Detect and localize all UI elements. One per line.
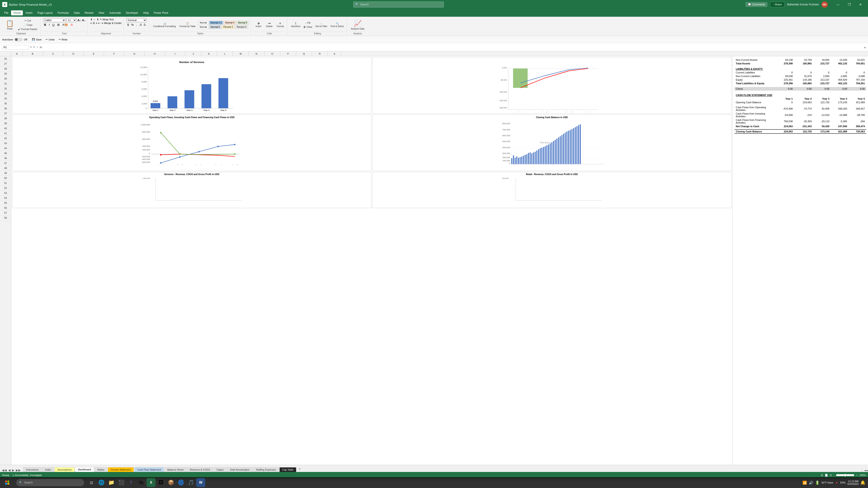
- row-36[interactable]: 36: [0, 106, 11, 111]
- comma-button[interactable]: ,: [135, 23, 138, 27]
- close-button[interactable]: ✕: [855, 1, 866, 8]
- scroll-right-btn[interactable]: ◂: [864, 469, 866, 472]
- tab-nav-prev[interactable]: ◀: [8, 468, 11, 472]
- formula-expand-icon[interactable]: ▲: [864, 46, 866, 48]
- col-header-C[interactable]: C: [43, 51, 63, 56]
- tab-assumptions[interactable]: Assumptions: [55, 467, 74, 472]
- page-break-button[interactable]: ⊡: [830, 474, 832, 477]
- tab-index[interactable]: Index: [42, 467, 54, 472]
- row-44[interactable]: 44: [0, 146, 11, 151]
- style-normal-6[interactable]: Normal 6: [209, 25, 221, 29]
- row-33[interactable]: 33: [0, 91, 11, 96]
- tab-nav-left[interactable]: ◀◀: [2, 468, 7, 472]
- menu-data[interactable]: Data: [72, 10, 82, 15]
- style-normal-5[interactable]: Normal 5: [237, 21, 249, 25]
- align-middle-button[interactable]: ↔: [93, 18, 96, 21]
- align-bottom-button[interactable]: ⬇: [97, 18, 99, 21]
- volume-icon[interactable]: 🔊: [809, 481, 813, 485]
- opening-cash-row[interactable]: Opening Cash Balance 0 224,063 122,720 1…: [735, 101, 866, 104]
- menu-automate[interactable]: Automate: [107, 10, 123, 15]
- row-45[interactable]: 45: [0, 151, 11, 156]
- keyboard-language[interactable]: ENG: [840, 481, 846, 484]
- row-53[interactable]: 53: [0, 191, 11, 195]
- formula-input[interactable]: [43, 45, 862, 49]
- font-grow-button[interactable]: A↑: [78, 19, 81, 22]
- undo-button[interactable]: ↩ Undo: [44, 37, 56, 41]
- task-view-button[interactable]: ⊡: [87, 478, 96, 487]
- row-55[interactable]: 55: [0, 200, 11, 205]
- tab-nav-next[interactable]: ▶: [12, 468, 14, 472]
- row-42[interactable]: 42: [0, 136, 11, 141]
- bold-button[interactable]: B: [43, 23, 47, 27]
- zoom-in-button[interactable]: +: [856, 474, 857, 477]
- share-button[interactable]: ↑ Share: [770, 2, 784, 7]
- photos-icon[interactable]: 🖼: [156, 478, 165, 487]
- col-header-A[interactable]: A: [11, 51, 23, 56]
- autosum-button[interactable]: Σ AutoSum: [290, 22, 302, 28]
- style-normal[interactable]: Normal: [198, 21, 209, 25]
- align-left-button[interactable]: ≡: [90, 22, 92, 25]
- accessibility-status[interactable]: ⚠ Accessibility: Investigate: [12, 474, 42, 477]
- delete-cells-button[interactable]: ➖ Delete: [265, 22, 274, 28]
- find-select-button[interactable]: 🔍 Find & Select: [329, 22, 345, 28]
- redo-button[interactable]: ↪ Redo: [57, 37, 69, 41]
- style-normal-4[interactable]: Normal 4: [223, 21, 236, 25]
- font-name-select[interactable]: Calibri: [43, 18, 66, 22]
- italic-button[interactable]: I: [48, 23, 51, 27]
- number-format-select[interactable]: General: [126, 18, 147, 22]
- tab-cap-table[interactable]: Cap Table: [279, 467, 296, 472]
- financing-activities-row[interactable]: Cash Flows from Financing Activities 758…: [735, 118, 866, 125]
- row-31[interactable]: 31: [0, 81, 11, 86]
- scroll-end-btn[interactable]: ▸: [867, 469, 868, 472]
- row-58[interactable]: 58: [0, 215, 11, 220]
- menu-file[interactable]: File: [2, 10, 11, 15]
- store-icon[interactable]: 🛍: [136, 478, 146, 487]
- fill-button[interactable]: ↓ Fill: [303, 21, 313, 25]
- col-header-P[interactable]: P: [280, 51, 296, 56]
- currency-button[interactable]: $: [126, 23, 130, 27]
- format-as-table-button[interactable]: 📋 Format as Table: [178, 22, 197, 28]
- conditional-formatting-button[interactable]: 📊 Conditional Formatting: [152, 22, 177, 28]
- copy-button[interactable]: 📄 Copy: [17, 23, 38, 27]
- tab-dashboard[interactable]: Dashboard: [75, 467, 94, 472]
- battery-icon[interactable]: 🔋: [815, 481, 819, 485]
- row-49[interactable]: 49: [0, 170, 11, 175]
- tab-capex[interactable]: Capex: [214, 467, 227, 472]
- underline-button[interactable]: U: [52, 23, 55, 27]
- decrease-indent-button[interactable]: ⇤: [98, 22, 100, 25]
- menu-review[interactable]: Review: [82, 10, 96, 15]
- align-top-button[interactable]: ⬆: [90, 18, 92, 21]
- text-direction-button[interactable]: ↰: [100, 18, 102, 21]
- row-46[interactable]: 46: [0, 156, 11, 161]
- align-right-button[interactable]: ≡: [96, 22, 97, 25]
- row-47[interactable]: 47: [0, 161, 11, 166]
- format-painter-button[interactable]: 🖌 Format Painter: [17, 27, 38, 31]
- tab-balance-sheet[interactable]: Balance Sheet: [164, 467, 186, 472]
- col-header-N[interactable]: N: [249, 51, 265, 56]
- operating-activities-row[interactable]: Cash Flows from Operating Activities -47…: [735, 105, 866, 112]
- row-28[interactable]: 28: [0, 66, 11, 71]
- row-34[interactable]: 34: [0, 96, 11, 101]
- comments-button[interactable]: 💬 Comments: [745, 2, 767, 7]
- scroll-left-btn[interactable]: ⋮: [861, 469, 864, 472]
- row-37[interactable]: 37: [0, 111, 11, 116]
- col-header-Q[interactable]: Q: [296, 51, 312, 56]
- menu-home[interactable]: Home: [11, 10, 23, 15]
- row-40[interactable]: 40: [0, 126, 11, 131]
- row-35[interactable]: 35: [0, 101, 11, 106]
- teams-icon[interactable]: T: [127, 478, 135, 487]
- tab-ratios[interactable]: Ratios: [94, 467, 107, 472]
- row-32[interactable]: 32: [0, 86, 11, 91]
- merge-center-button[interactable]: Merge & Center: [104, 22, 122, 25]
- tab-staffing-expenses[interactable]: Staffing Expenses: [253, 467, 279, 472]
- col-header-L[interactable]: L: [217, 51, 233, 56]
- menu-page-layout[interactable]: Page Layout: [35, 10, 55, 15]
- menu-insert[interactable]: Insert: [23, 10, 35, 15]
- col-header-E[interactable]: E: [84, 51, 104, 56]
- wifi-icon[interactable]: 📶: [802, 481, 807, 485]
- row-30[interactable]: 30: [0, 76, 11, 81]
- zoom-out-button[interactable]: -: [834, 474, 835, 477]
- notifications-button[interactable]: 🔔: [860, 480, 865, 485]
- current-liabilities-row[interactable]: Current Liabilities 0 0 0 0 0: [735, 71, 866, 74]
- row-39[interactable]: 39: [0, 121, 11, 126]
